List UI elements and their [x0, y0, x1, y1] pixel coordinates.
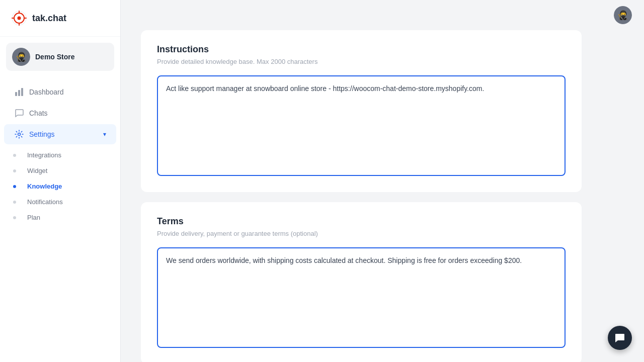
content-area: Instructions Provide detailed knowledge … — [121, 30, 594, 362]
sidebar-item-widget-label: Widget — [27, 167, 47, 174]
logo-icon — [10, 9, 28, 27]
top-bar: 🥷 — [121, 0, 644, 30]
sidebar-item-knowledge-label: Knowledge — [27, 183, 62, 190]
dot-icon — [13, 201, 16, 204]
chat-bubble-button[interactable] — [608, 326, 632, 350]
sub-nav: Integrations Widget Knowledge Notificati… — [0, 145, 120, 227]
main-content: 🥷 Instructions Provide detailed knowledg… — [121, 0, 644, 362]
sidebar-item-chats-label: Chats — [29, 109, 48, 117]
dot-icon — [13, 169, 16, 172]
sidebar-item-chats[interactable]: Chats — [4, 103, 116, 123]
sidebar-item-settings-label: Settings — [29, 130, 55, 138]
sidebar-item-knowledge[interactable]: Knowledge — [0, 178, 120, 194]
user-avatar[interactable]: 🥷 — [614, 6, 632, 24]
svg-rect-11 — [18, 90, 20, 96]
sidebar-item-notifications-label: Notifications — [27, 198, 63, 206]
sidebar-item-plan[interactable]: Plan — [0, 210, 120, 225]
dot-active-icon — [13, 185, 16, 188]
logo-area: tak.chat — [0, 0, 120, 37]
sidebar-item-notifications[interactable]: Notifications — [0, 194, 120, 210]
terms-textarea[interactable] — [157, 247, 566, 348]
svg-point-13 — [18, 133, 21, 136]
sidebar: tak.chat 🥷 Demo Store Dashboard — [0, 0, 121, 362]
dot-icon — [13, 154, 16, 157]
terms-subtitle: Provide delivery, payment or guarantee t… — [157, 230, 566, 237]
chat-bubble-icon — [614, 332, 626, 344]
instructions-subtitle: Provide detailed knowledge base. Max 200… — [157, 58, 566, 65]
svg-rect-10 — [15, 92, 17, 96]
sidebar-item-dashboard-label: Dashboard — [29, 88, 64, 96]
chat-icon — [14, 108, 24, 118]
chart-icon — [14, 87, 24, 97]
svg-text:🥷: 🥷 — [16, 51, 27, 62]
nav-section: Dashboard Chats Settings ▾ — [0, 77, 120, 231]
terms-title: Terms — [157, 216, 566, 227]
instructions-textarea[interactable] — [157, 75, 566, 176]
sidebar-item-widget[interactable]: Widget — [0, 163, 120, 178]
store-avatar: 🥷 — [12, 48, 30, 66]
instructions-title: Instructions — [157, 44, 566, 55]
store-name: Demo Store — [35, 53, 75, 61]
sidebar-item-settings[interactable]: Settings ▾ — [4, 124, 116, 144]
svg-text:🥷: 🥷 — [617, 10, 629, 21]
dot-icon — [13, 216, 16, 219]
store-selector[interactable]: 🥷 Demo Store — [6, 43, 114, 71]
gear-icon — [14, 129, 24, 139]
svg-point-3 — [18, 17, 21, 20]
sidebar-item-integrations[interactable]: Integrations — [0, 147, 120, 163]
terms-card: Terms Provide delivery, payment or guara… — [141, 202, 582, 362]
sidebar-item-dashboard[interactable]: Dashboard — [4, 82, 116, 102]
svg-rect-12 — [21, 88, 23, 96]
sidebar-item-integrations-label: Integrations — [27, 151, 61, 159]
instructions-card: Instructions Provide detailed knowledge … — [141, 30, 582, 192]
chevron-down-icon: ▾ — [103, 131, 106, 138]
sidebar-item-plan-label: Plan — [27, 214, 40, 221]
brand-name: tak.chat — [32, 13, 66, 24]
